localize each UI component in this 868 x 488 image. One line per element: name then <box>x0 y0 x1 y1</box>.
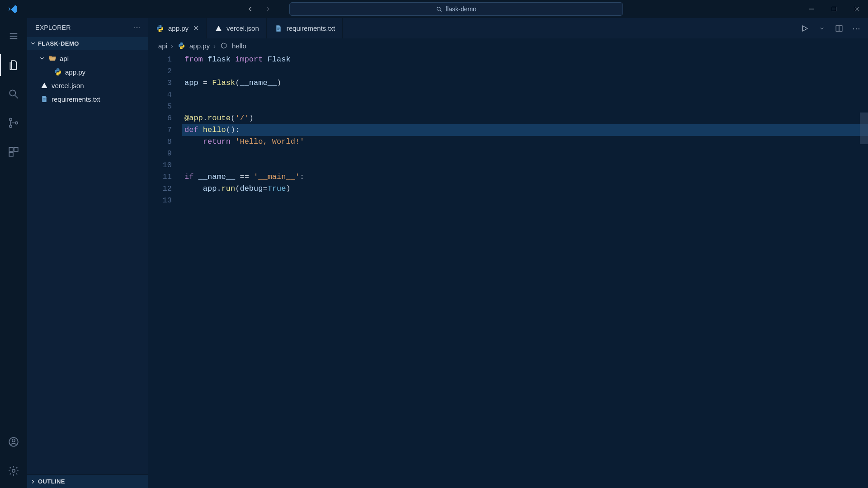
crumb-folder[interactable]: api <box>158 42 167 50</box>
svg-point-11 <box>12 469 15 473</box>
search-text: flask-demo <box>445 5 476 13</box>
tree-file-label: app.py <box>65 68 85 76</box>
svg-point-2 <box>9 90 15 96</box>
activity-settings[interactable] <box>0 458 27 483</box>
vercel-file-icon <box>40 81 49 90</box>
svg-point-0 <box>437 7 441 10</box>
python-file-icon <box>177 41 186 50</box>
symbol-function-icon <box>219 41 228 50</box>
svg-point-3 <box>9 118 11 121</box>
titlebar: flask-demo <box>0 0 868 18</box>
search-icon <box>436 6 443 13</box>
chevron-down-icon <box>30 40 36 47</box>
breadcrumbs[interactable]: api › app.py › hello <box>148 38 868 53</box>
outline-section[interactable]: OUTLINE <box>27 474 148 488</box>
vercel-file-icon <box>214 24 223 33</box>
chevron-down-icon <box>39 55 45 61</box>
activity-extensions[interactable] <box>0 139 27 164</box>
tree-file-app-py[interactable]: app.py <box>27 65 148 79</box>
activity-bar <box>0 18 27 488</box>
current-line-highlight <box>182 124 868 136</box>
svg-rect-6 <box>9 147 13 151</box>
activity-accounts[interactable] <box>0 429 27 455</box>
tab-requirements-txt[interactable]: requirements.txt <box>267 18 343 38</box>
tab-vercel-json[interactable]: vercel.json <box>207 18 267 38</box>
tab-label: app.py <box>168 24 189 32</box>
crumb-symbol[interactable]: hello <box>232 42 246 50</box>
project-name: FLASK-DEMO <box>38 40 79 47</box>
tab-bar: app.py ✕ vercel.json requirements.txt ⋯ <box>148 18 868 38</box>
sidebar-title: EXPLORER <box>35 24 71 31</box>
tab-app-py[interactable]: app.py ✕ <box>148 18 207 38</box>
tab-close-icon[interactable]: ✕ <box>193 24 199 33</box>
sidebar-explorer: EXPLORER ⋯ FLASK-DEMO api app.py <box>27 18 148 488</box>
project-header[interactable]: FLASK-DEMO <box>27 37 148 50</box>
crumb-file[interactable]: app.py <box>189 42 210 50</box>
chevron-right-icon <box>30 479 36 485</box>
tab-label: vercel.json <box>226 24 259 32</box>
window-close-button[interactable] <box>845 0 868 18</box>
python-file-icon <box>53 67 62 76</box>
chevron-right-icon: › <box>171 42 173 50</box>
split-editor-button[interactable] <box>833 22 845 35</box>
text-file-icon <box>274 24 283 33</box>
tree-file-vercel-json[interactable]: vercel.json <box>27 79 148 92</box>
tree-file-label: requirements.txt <box>52 95 100 103</box>
command-center-search[interactable]: flask-demo <box>289 2 623 16</box>
nav-forward-button[interactable] <box>261 3 274 15</box>
minimap-scrollbar[interactable] <box>860 54 868 206</box>
nav-back-button[interactable] <box>244 3 257 15</box>
text-file-icon <box>40 94 49 103</box>
svg-point-10 <box>12 439 15 442</box>
activity-source-control[interactable] <box>0 110 27 136</box>
svg-point-4 <box>9 125 11 127</box>
line-number-gutter: 12345678910111213 <box>148 54 182 206</box>
tree-folder-api[interactable]: api <box>27 52 148 65</box>
run-dropdown-icon[interactable] <box>816 22 828 35</box>
tree-file-requirements-txt[interactable]: requirements.txt <box>27 92 148 106</box>
sidebar-more-icon[interactable]: ⋯ <box>134 24 140 31</box>
folder-open-icon <box>48 54 57 63</box>
code-lines[interactable]: from flask import Flask app = Flask(__na… <box>182 54 868 206</box>
svg-rect-8 <box>9 152 13 156</box>
outline-label: OUTLINE <box>38 478 65 485</box>
run-button[interactable] <box>798 22 811 35</box>
svg-rect-7 <box>14 147 18 151</box>
code-editor[interactable]: 12345678910111213 from flask import Flas… <box>148 53 868 206</box>
window-minimize-button[interactable] <box>800 0 823 18</box>
window-maximize-button[interactable] <box>823 0 845 18</box>
svg-rect-1 <box>832 7 836 11</box>
editor-area: app.py ✕ vercel.json requirements.txt ⋯ <box>148 18 868 488</box>
svg-point-5 <box>15 122 17 124</box>
tree-folder-label: api <box>60 55 69 62</box>
activity-explorer[interactable] <box>0 52 27 78</box>
tree-file-label: vercel.json <box>52 82 84 89</box>
editor-more-icon[interactable]: ⋯ <box>850 22 863 35</box>
vscode-logo <box>4 4 22 14</box>
activity-menu-button[interactable] <box>0 23 27 49</box>
chevron-right-icon: › <box>213 42 216 50</box>
activity-search[interactable] <box>0 81 27 107</box>
tab-label: requirements.txt <box>287 24 335 32</box>
python-file-icon <box>156 24 165 33</box>
scrollbar-thumb[interactable] <box>860 113 868 144</box>
